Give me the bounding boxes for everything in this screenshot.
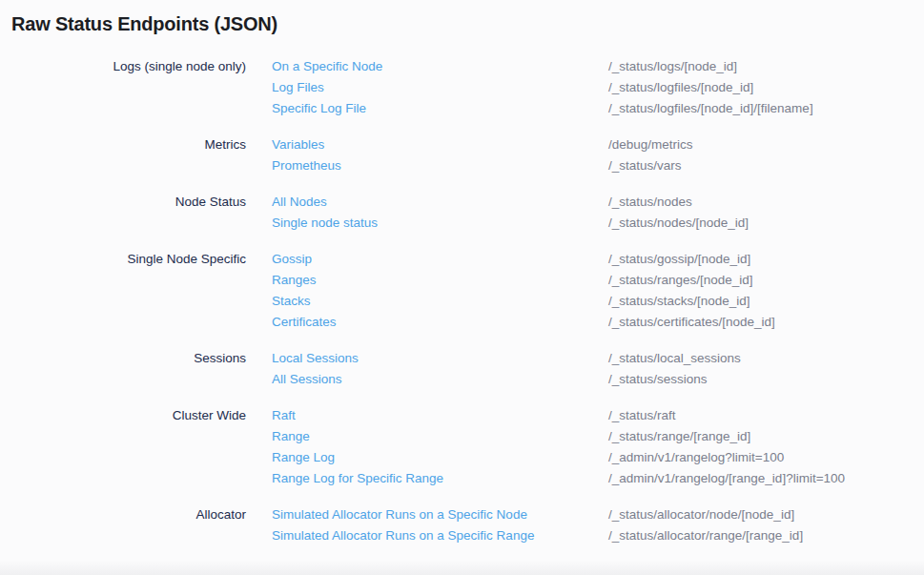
endpoint-row: On a Specific Node /_status/logs/[node_i…	[246, 56, 924, 77]
endpoint-list: Variables /debug/metrics Prometheus /_st…	[246, 134, 924, 176]
endpoint-url: /_status/stacks/[node_id]	[608, 291, 750, 312]
endpoint-link[interactable]: On a Specific Node	[272, 56, 608, 77]
endpoint-group: Metrics Variables /debug/metrics Prometh…	[0, 134, 924, 176]
endpoint-url: /_admin/v1/rangelog?limit=100	[608, 447, 784, 468]
endpoint-link[interactable]: All Nodes	[272, 192, 608, 213]
endpoint-link[interactable]: Variables	[272, 134, 608, 155]
endpoint-link[interactable]: Single node status	[272, 213, 608, 234]
endpoint-group: Single Node Specific Gossip /_status/gos…	[0, 249, 924, 333]
bottom-shade-divider	[0, 560, 924, 575]
page-title: Raw Status Endpoints (JSON)	[0, 0, 924, 36]
endpoint-row: Raft /_status/raft	[246, 405, 924, 426]
endpoint-row: Range /_status/range/[range_id]	[246, 426, 924, 447]
endpoint-link[interactable]: Specific Log File	[272, 98, 608, 119]
endpoint-list: Gossip /_status/gossip/[node_id] Ranges …	[246, 249, 924, 333]
endpoint-row: All Sessions /_status/sessions	[246, 369, 924, 390]
endpoint-link[interactable]: Gossip	[272, 249, 608, 270]
endpoint-row: Ranges /_status/ranges/[node_id]	[246, 270, 924, 291]
endpoint-list: Raft /_status/raft Range /_status/range/…	[246, 405, 924, 489]
endpoint-url: /_admin/v1/rangelog/[range_id]?limit=100	[608, 468, 845, 489]
endpoint-link[interactable]: Range Log for Specific Range	[272, 468, 608, 489]
endpoint-row: All Nodes /_status/nodes	[246, 192, 924, 213]
endpoint-url: /_status/sessions	[608, 369, 708, 390]
endpoint-group: Node Status All Nodes /_status/nodes Sin…	[0, 192, 924, 234]
endpoint-row: Certificates /_status/certificates/[node…	[246, 312, 924, 333]
endpoint-link[interactable]: Raft	[272, 405, 608, 426]
category-label: Sessions	[0, 348, 246, 390]
endpoint-url: /_status/nodes	[608, 192, 692, 213]
endpoint-list: All Nodes /_status/nodes Single node sta…	[246, 192, 924, 234]
endpoint-link[interactable]: Local Sessions	[272, 348, 608, 369]
endpoint-url: /_status/allocator/node/[node_id]	[608, 504, 794, 525]
endpoint-url: /_status/gossip/[node_id]	[608, 249, 750, 270]
endpoint-link[interactable]: Prometheus	[272, 155, 608, 176]
endpoint-link[interactable]: Certificates	[272, 312, 608, 333]
endpoint-url: /debug/metrics	[608, 134, 693, 155]
endpoint-url: /_status/nodes/[node_id]	[608, 213, 749, 234]
endpoint-url: /_status/logfiles/[node_id]	[608, 77, 753, 98]
endpoint-url: /_status/allocator/range/[range_id]	[608, 525, 803, 546]
endpoint-group: Cluster Wide Raft /_status/raft Range /_…	[0, 405, 924, 489]
endpoint-url: /_status/logs/[node_id]	[608, 56, 737, 77]
endpoint-row: Single node status /_status/nodes/[node_…	[246, 213, 924, 234]
endpoint-row: Prometheus /_status/vars	[246, 155, 924, 176]
endpoint-url: /_status/raft	[608, 405, 676, 426]
endpoint-row: Log Files /_status/logfiles/[node_id]	[246, 77, 924, 98]
endpoint-url: /_status/certificates/[node_id]	[608, 312, 775, 333]
endpoint-list: Simulated Allocator Runs on a Specific N…	[246, 504, 924, 546]
endpoint-link[interactable]: Stacks	[272, 291, 608, 312]
endpoint-row: Gossip /_status/gossip/[node_id]	[246, 249, 924, 270]
endpoint-row: Variables /debug/metrics	[246, 134, 924, 155]
endpoint-link[interactable]: All Sessions	[272, 369, 608, 390]
category-label: Node Status	[0, 192, 246, 234]
category-label: Metrics	[0, 134, 246, 176]
endpoint-list: On a Specific Node /_status/logs/[node_i…	[246, 56, 924, 119]
endpoint-link[interactable]: Ranges	[272, 270, 608, 291]
endpoint-groups: Logs (single node only) On a Specific No…	[0, 56, 924, 546]
endpoint-url: /_status/range/[range_id]	[608, 426, 750, 447]
endpoint-link[interactable]: Simulated Allocator Runs on a Specific N…	[272, 504, 608, 525]
endpoint-link[interactable]: Range Log	[272, 447, 608, 468]
endpoint-link[interactable]: Log Files	[272, 77, 608, 98]
endpoint-group: Sessions Local Sessions /_status/local_s…	[0, 348, 924, 390]
endpoint-row: Simulated Allocator Runs on a Specific N…	[246, 504, 924, 525]
endpoint-url: /_status/vars	[608, 155, 682, 176]
endpoint-row: Specific Log File /_status/logfiles/[nod…	[246, 98, 924, 119]
category-label: Single Node Specific	[0, 249, 246, 333]
endpoint-row: Stacks /_status/stacks/[node_id]	[246, 291, 924, 312]
endpoint-row: Simulated Allocator Runs on a Specific R…	[246, 525, 924, 546]
category-label: Logs (single node only)	[0, 56, 246, 119]
endpoint-row: Local Sessions /_status/local_sessions	[246, 348, 924, 369]
endpoint-row: Range Log /_admin/v1/rangelog?limit=100	[246, 447, 924, 468]
category-label: Cluster Wide	[0, 405, 246, 489]
endpoint-group: Logs (single node only) On a Specific No…	[0, 56, 924, 119]
endpoint-link[interactable]: Simulated Allocator Runs on a Specific R…	[272, 525, 608, 546]
endpoint-url: /_status/ranges/[node_id]	[608, 270, 753, 291]
endpoint-row: Range Log for Specific Range /_admin/v1/…	[246, 468, 924, 489]
category-label: Allocator	[0, 504, 246, 546]
endpoint-group: Allocator Simulated Allocator Runs on a …	[0, 504, 924, 546]
endpoint-list: Local Sessions /_status/local_sessions A…	[246, 348, 924, 390]
endpoint-link[interactable]: Range	[272, 426, 608, 447]
endpoint-url: /_status/logfiles/[node_id]/[filename]	[608, 98, 813, 119]
endpoint-url: /_status/local_sessions	[608, 348, 741, 369]
